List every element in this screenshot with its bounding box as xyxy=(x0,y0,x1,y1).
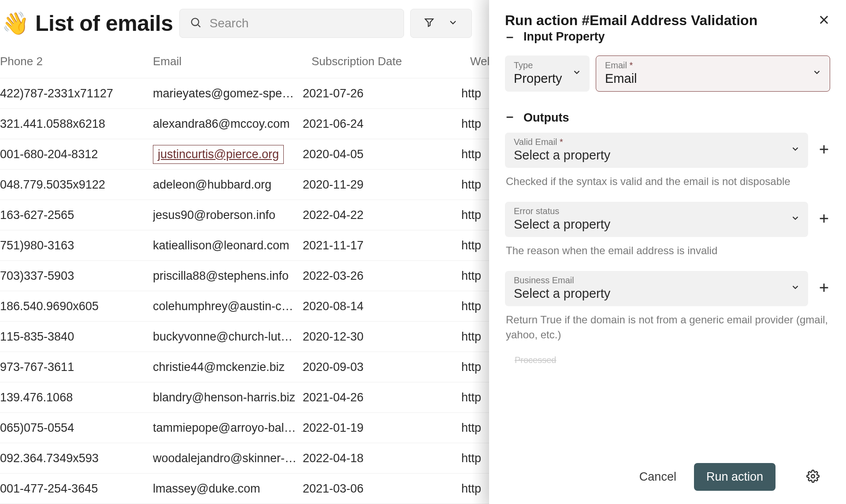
output-placeholder: Select a property xyxy=(514,286,610,301)
panel-title: Run action #Email Address Validation xyxy=(505,12,757,29)
chevron-down-icon xyxy=(790,144,800,156)
output-label: Business Email xyxy=(514,275,610,285)
cell-email[interactable]: marieyates@gomez-spence… xyxy=(153,87,303,100)
cell-phone: 065)075-0554 xyxy=(0,421,153,435)
cell-date: 2022-04-18 xyxy=(303,452,461,465)
section-label-input: Input Property xyxy=(523,32,605,44)
cell-phone: 163-627-2565 xyxy=(0,208,153,222)
cell-date: 2020-09-03 xyxy=(303,360,461,374)
cell-phone: 001-477-254-3645 xyxy=(0,482,153,496)
close-button[interactable] xyxy=(818,14,830,28)
run-action-button[interactable]: Run action xyxy=(694,463,776,491)
output-description: The reason when the email address is inv… xyxy=(505,243,830,259)
plus-icon xyxy=(818,288,830,295)
plus-icon xyxy=(818,149,830,157)
cell-date: 2020-08-14 xyxy=(303,300,461,313)
type-select[interactable]: Type Property xyxy=(505,56,590,92)
output-placeholder: Select a property xyxy=(514,148,610,163)
cell-date: 2020-11-29 xyxy=(303,178,461,192)
email-select-value: Email xyxy=(605,71,637,86)
cell-date: 2021-07-26 xyxy=(303,87,461,100)
cell-date: 2020-12-30 xyxy=(303,330,461,344)
output-block: Valid EmailSelect a propertyChecked if t… xyxy=(505,133,830,189)
settings-button[interactable] xyxy=(806,470,820,485)
add-output-button[interactable] xyxy=(818,143,830,157)
col-header-email[interactable]: Email xyxy=(153,55,312,68)
cell-date: 2020-04-05 xyxy=(303,148,461,161)
svg-point-13 xyxy=(811,474,815,478)
filter-button[interactable] xyxy=(410,9,472,38)
panel-header: Run action #Email Address Validation xyxy=(489,0,846,32)
filter-icon xyxy=(424,17,434,30)
collapse-icon xyxy=(505,112,515,124)
output-label: Error status xyxy=(514,206,610,216)
cell-date: 2022-03-26 xyxy=(303,269,461,283)
cell-email[interactable]: justincurtis@pierce.org xyxy=(153,145,303,164)
cell-email[interactable]: jesus90@roberson.info xyxy=(153,208,303,222)
add-output-button[interactable] xyxy=(818,282,830,296)
cell-date: 2021-03-06 xyxy=(303,482,461,496)
cell-email[interactable]: blandry@henson-harris.biz xyxy=(153,391,303,404)
add-output-button[interactable] xyxy=(818,212,830,226)
cell-email[interactable]: alexandra86@mccoy.com xyxy=(153,117,303,131)
email-select-label: Email xyxy=(605,60,637,70)
cell-phone: 422)787-2331x71127 xyxy=(0,87,153,100)
chevron-down-icon xyxy=(448,17,458,30)
email-property-select[interactable]: Email Email xyxy=(596,56,830,92)
wave-emoji-icon: 👋 xyxy=(2,11,29,36)
cell-phone: 001-680-204-8312 xyxy=(0,148,153,161)
col-header-phone[interactable]: Phone 2 xyxy=(0,55,153,68)
chevron-down-icon xyxy=(572,67,582,79)
cell-email[interactable]: priscilla88@stephens.info xyxy=(153,269,303,283)
cell-phone: 703)337-5903 xyxy=(0,269,153,283)
output-property-select[interactable]: Valid EmailSelect a property xyxy=(505,133,808,168)
section-input-property[interactable]: Input Property xyxy=(505,32,830,45)
output-description: Return True if the domain is not from a … xyxy=(505,312,830,343)
type-select-value: Property xyxy=(514,71,562,86)
search-box[interactable] xyxy=(179,9,404,38)
cell-phone: 321.441.0588x6218 xyxy=(0,117,153,131)
cell-phone: 115-835-3840 xyxy=(0,330,153,344)
cell-email[interactable]: lmassey@duke.com xyxy=(153,482,303,496)
output-description: Checked if the syntax is valid and the e… xyxy=(505,174,830,189)
cell-email[interactable]: adeleon@hubbard.org xyxy=(153,178,303,192)
output-placeholder: Select a property xyxy=(514,217,610,232)
cell-phone: 092.364.7349x593 xyxy=(0,452,153,465)
cell-date: 2022-04-22 xyxy=(303,208,461,222)
cell-date: 2021-11-17 xyxy=(303,239,461,252)
section-outputs[interactable]: Outputs xyxy=(505,111,830,125)
cell-phone: 973-767-3611 xyxy=(0,360,153,374)
output-property-select[interactable]: Error statusSelect a property xyxy=(505,202,808,237)
output-property-select[interactable]: Business EmailSelect a property xyxy=(505,271,808,306)
output-block: Error statusSelect a propertyThe reason … xyxy=(505,202,830,259)
gear-icon xyxy=(806,477,820,484)
cell-email[interactable]: katieallison@leonard.com xyxy=(153,239,303,252)
cell-email[interactable]: tammiepope@arroyo-baldw… xyxy=(153,421,303,435)
svg-point-0 xyxy=(191,19,198,26)
chevron-down-icon xyxy=(812,67,822,79)
search-icon xyxy=(189,16,202,30)
cell-email[interactable]: woodalejandro@skinner-slo… xyxy=(153,452,303,465)
cell-date: 2021-06-24 xyxy=(303,117,461,131)
cell-phone: 186.540.9690x605 xyxy=(0,300,153,313)
chevron-down-icon xyxy=(790,213,800,225)
run-action-panel: Run action #Email Address Validation Inp… xyxy=(489,0,846,504)
page-title: List of emails xyxy=(35,11,173,36)
chevron-down-icon xyxy=(790,282,800,294)
section-label-outputs: Outputs xyxy=(523,111,569,125)
search-input[interactable] xyxy=(210,16,394,30)
panel-footer: Cancel Run action xyxy=(489,450,846,504)
cancel-button[interactable]: Cancel xyxy=(639,470,676,484)
output-label-truncated: Processed xyxy=(505,355,830,365)
cell-phone: 751)980-3163 xyxy=(0,239,153,252)
collapse-icon xyxy=(505,33,515,44)
svg-marker-2 xyxy=(425,19,433,26)
cell-email[interactable]: christie44@mckenzie.biz xyxy=(153,360,303,374)
svg-line-1 xyxy=(198,25,200,27)
output-label: Valid Email xyxy=(514,137,610,147)
cell-email[interactable]: buckyvonne@church-lutz.co… xyxy=(153,330,303,344)
cell-phone: 139.476.1068 xyxy=(0,391,153,404)
close-icon xyxy=(818,20,830,27)
cell-email[interactable]: colehumphrey@austin-cald… xyxy=(153,300,303,313)
col-header-date[interactable]: Subscription Date xyxy=(312,55,470,68)
